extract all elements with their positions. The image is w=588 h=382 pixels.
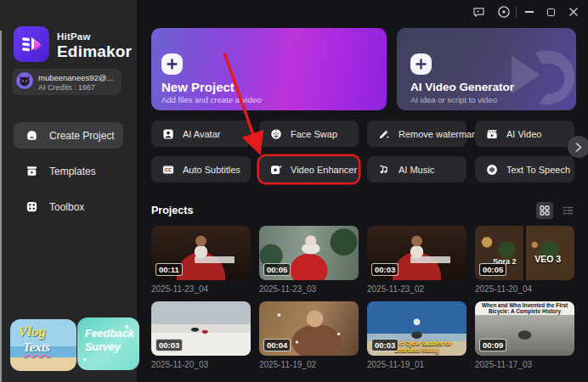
feature-label: AI Video	[506, 129, 541, 139]
view-toggles	[536, 202, 576, 219]
project-thumbnail: 00:03	[367, 226, 466, 280]
ai-avatar-icon	[161, 126, 176, 142]
duration-badge: 00:03	[371, 263, 399, 276]
sidebar-item-templates[interactable]: Templates	[14, 158, 123, 184]
list-view-icon	[563, 205, 574, 216]
duration-badge: 00:09	[479, 339, 506, 351]
duration-badge: 00:11	[155, 263, 183, 276]
project-card[interactable]: 00:112025-11-23_04	[151, 226, 251, 294]
plus-icon	[161, 53, 183, 75]
list-view-button[interactable]	[559, 202, 576, 219]
feature-text-to-speech[interactable]: Text To Speech	[475, 156, 574, 183]
project-card[interactable]: 00:052025-11-23_03	[259, 226, 359, 294]
projects-title: Projects	[151, 205, 193, 216]
thumbnail-overlay-label: VEO 3	[534, 254, 561, 264]
account-credits: AI Credits : 1967	[38, 83, 113, 92]
sidebar-item-create-project[interactable]: Create Project	[14, 122, 123, 149]
project-name: 2025-11-17_03	[475, 360, 574, 369]
ai-music-icon	[376, 162, 392, 177]
screen-edge-artifact	[0, 31, 2, 382]
feature-face-swap[interactable]: Face Swap	[259, 121, 359, 147]
face-swap-icon	[269, 126, 284, 142]
maximize-icon[interactable]	[547, 8, 555, 16]
new-project-title: New Project	[161, 80, 235, 94]
feedback-icon[interactable]	[472, 5, 486, 20]
duration-badge: 00:05	[479, 263, 506, 276]
titlebar	[472, 0, 588, 24]
remove-watermark-icon	[376, 126, 392, 142]
sidebar-item-label: Templates	[49, 166, 96, 177]
feature-ai-music[interactable]: AI Music	[367, 156, 466, 183]
project-name: 2025-11-19_02	[259, 360, 359, 369]
feature-video-enhancer[interactable]: Video Enhancer	[259, 156, 359, 183]
project-card[interactable]: 00:032025-11-23_02	[367, 226, 466, 294]
project-thumbnail: Sora 2VEO 300:05	[475, 226, 574, 280]
promo-feedback-survey-banner[interactable]: Feedback Survey	[77, 317, 139, 370]
feature-remove-watermark[interactable]: Remove watermark	[367, 121, 466, 147]
account-chip[interactable]: mubeenanees92@... AI Credits : 1967	[12, 69, 122, 95]
scroll-right-button[interactable]	[568, 136, 588, 158]
avatar	[16, 72, 33, 93]
project-thumbnail: When and Who Invented the First Bicycle:…	[475, 301, 574, 356]
feature-ai-video[interactable]: AI Video	[475, 121, 574, 147]
ai-video-icon	[484, 126, 500, 142]
grid-view-button[interactable]	[536, 202, 553, 219]
feature-label: Remove watermark	[399, 129, 479, 139]
duration-badge: 00:03	[155, 339, 183, 351]
brand-product: Edimakor	[57, 42, 132, 61]
whats-new-icon[interactable]	[497, 5, 511, 19]
account-text: mubeenanees92@... AI Credits : 1967	[38, 73, 113, 92]
feature-label: Video Enhancer	[291, 165, 357, 175]
sidebar-item-toolbox[interactable]: Toolbox	[14, 194, 123, 220]
sidebar: HitPaw Edimakor mubeenanees92@... AI Cre…	[0, 0, 137, 382]
project-thumbnail: 00:03	[151, 301, 251, 356]
feature-label: Auto Subtitles	[183, 165, 240, 175]
project-card[interactable]: Sora 2VEO 300:052025-11-20_04	[475, 226, 574, 294]
project-thumbnail: 00:04	[259, 301, 359, 356]
project-name: 2025-11-19_01	[367, 360, 466, 369]
toolbox-icon	[25, 200, 38, 214]
close-icon[interactable]	[568, 7, 579, 17]
feature-auto-subtitles[interactable]: CCAuto Subtitles	[151, 156, 251, 183]
project-card[interactable]: When and Who Invented the First Bicycle:…	[475, 301, 574, 369]
chevron-right-icon	[575, 143, 582, 152]
project-card[interactable]: 00:042025-11-19_02	[259, 301, 359, 369]
promo-vlog-texts-banner[interactable]: Vlog Texts	[10, 319, 76, 371]
feature-label: AI Avatar	[183, 129, 220, 139]
svg-text:CC: CC	[165, 167, 172, 172]
project-name: 2025-11-20_04	[475, 284, 574, 294]
promo-line: Vlog	[18, 323, 76, 340]
promo-line: Survey	[85, 340, 139, 354]
text-to-speech-icon	[484, 162, 500, 177]
project-card[interactable]: 00:032025-11-20_03	[151, 301, 251, 369]
templates-icon	[25, 165, 38, 178]
create-project-icon	[25, 129, 38, 143]
project-card[interactable]: Comfort Cycle Saddles for Effortless Rid…	[367, 301, 466, 369]
minimize-icon[interactable]	[525, 11, 534, 13]
brand-text: HitPaw Edimakor	[57, 31, 132, 61]
video-enhancer-icon	[269, 162, 284, 177]
feature-ai-avatar[interactable]: AI Avatar	[151, 121, 251, 147]
projects-grid: 00:112025-11-23_0400:052025-11-23_0300:0…	[151, 226, 574, 369]
auto-subtitles-icon: CC	[161, 162, 176, 177]
projects-header: Projects	[151, 202, 576, 219]
thumbnail-overlay-label: When and Who Invented the First Bicycle:…	[477, 302, 573, 315]
project-name: 2025-11-23_04	[151, 284, 251, 294]
sidebar-nav: Create ProjectTemplatesToolbox	[0, 122, 137, 229]
grid-view-icon	[540, 205, 550, 216]
promo-line: Feedback	[85, 327, 139, 340]
project-thumbnail: 00:11	[151, 226, 251, 280]
project-thumbnail: Comfort Cycle Saddles for Effortless Rid…	[367, 301, 466, 356]
ai-video-generator-card[interactable]: AI Video Generator AI idea or script to …	[397, 28, 576, 110]
project-name: 2025-11-20_03	[151, 360, 251, 369]
project-name: 2025-11-23_03	[259, 284, 359, 294]
duration-badge: 00:04	[263, 339, 291, 351]
duration-badge: 00:03	[371, 339, 399, 351]
project-name: 2025-11-23_02	[367, 284, 466, 294]
feature-label: Text To Speech	[506, 165, 570, 175]
promo-text: Feedback Survey	[77, 317, 139, 355]
brand-name: HitPaw	[57, 31, 132, 42]
brand: HitPaw Edimakor	[14, 26, 132, 65]
new-project-card[interactable]: New Project Add files and create a video	[151, 28, 387, 110]
sidebar-item-label: Create Project	[49, 130, 115, 142]
